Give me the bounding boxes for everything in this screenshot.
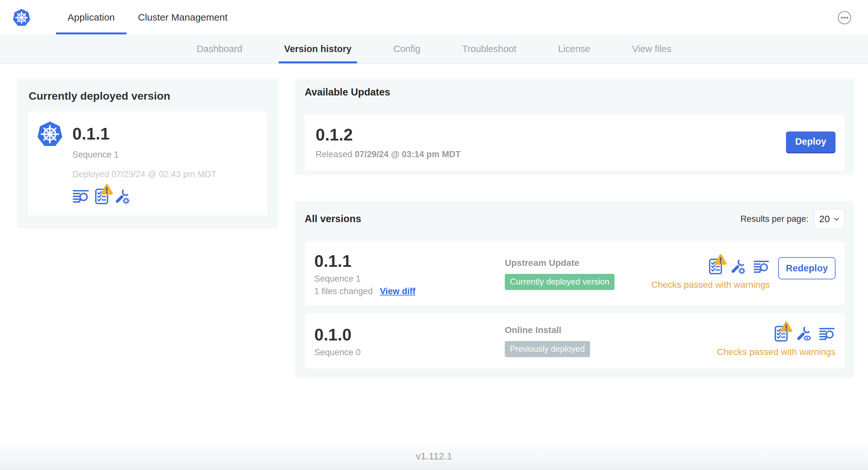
currently-deployed-title: Currently deployed version (29, 90, 267, 102)
version-source-label: Upstream Update (505, 258, 651, 268)
version-sequence: Sequence 1 (314, 274, 505, 284)
kubernetes-logo[interactable] (12, 8, 31, 27)
top-nav-tabs: Application Cluster Management (56, 0, 239, 34)
warning-triangle-icon (101, 184, 113, 195)
redeploy-button[interactable]: Redeploy (778, 257, 836, 279)
wrench-gear-icon[interactable] (729, 258, 746, 274)
warning-triangle-icon (780, 321, 793, 332)
preflight-checklist-icon[interactable] (774, 326, 788, 342)
tab-license[interactable]: License (553, 34, 596, 63)
console-version-label: v1.112.1 (416, 451, 452, 462)
main-content: Currently deployed version 0.1.1 Sequenc… (0, 64, 868, 378)
deployed-version-number: 0.1.1 (72, 120, 217, 147)
logs-magnifier-icon[interactable] (753, 260, 770, 274)
released-date: 07/29/24 @ 03:14 pm MDT (355, 149, 461, 159)
console-footer: v1.112.1 (0, 442, 868, 470)
logs-magnifier-icon[interactable] (72, 189, 90, 204)
currently-deployed-panel: Currently deployed version 0.1.1 Sequenc… (17, 78, 278, 229)
version-row-0-1-1: 0.1.1 Sequence 1 1 files changed View di… (305, 242, 844, 305)
wrench-eye-icon[interactable] (795, 325, 812, 342)
view-diff-link[interactable]: View diff (380, 287, 416, 296)
currently-deployed-badge: Currently deployed version (505, 274, 615, 290)
tab-dashboard[interactable]: Dashboard (191, 34, 248, 63)
checks-status-text: Checks passed with warnings (717, 347, 836, 357)
version-number: 0.1.0 (314, 325, 505, 344)
results-per-page-select[interactable]: 20 (814, 209, 844, 229)
available-update-card: 0.1.2 Released 07/29/24 @ 03:14 pm MDT D… (305, 115, 844, 170)
results-per-page-value: 20 (819, 213, 830, 224)
available-updates-panel: Available Updates 0.1.2 Released 07/29/2… (294, 78, 854, 175)
version-number: 0.1.1 (314, 251, 505, 271)
update-released-line: Released 07/29/24 @ 03:14 pm MDT (316, 149, 461, 160)
deployed-timestamp: Deployed 07/29/24 @ 02:43 pm MDT (72, 169, 217, 179)
currently-deployed-card: 0.1.1 Sequence 1 Deployed 07/29/24 @ 02:… (28, 112, 267, 215)
tab-view-files[interactable]: View files (627, 34, 677, 63)
results-per-page-label: Results per page: (740, 214, 808, 224)
preflight-checklist-icon[interactable] (709, 259, 722, 274)
tab-cluster-management[interactable]: Cluster Management (126, 0, 239, 34)
logs-magnifier-icon[interactable] (819, 327, 836, 342)
chevron-down-icon (834, 217, 840, 221)
all-versions-panel: All versions Results per page: 20 0.1.1 (294, 201, 854, 378)
tab-troubleshoot[interactable]: Troubleshoot (457, 34, 522, 63)
previously-deployed-badge: Previously deployed (505, 341, 590, 357)
kubernetes-app-icon (36, 120, 63, 147)
tab-version-history[interactable]: Version history (279, 34, 357, 63)
app-sub-navbar: Dashboard Version history Config Trouble… (0, 34, 868, 64)
all-versions-title: All versions (305, 213, 361, 225)
preflight-checklist-icon[interactable] (95, 189, 108, 204)
version-sequence: Sequence 0 (314, 347, 505, 358)
tab-config[interactable]: Config (388, 34, 426, 63)
wrench-gear-icon[interactable] (114, 188, 130, 204)
warning-triangle-icon (715, 254, 727, 265)
released-prefix: Released (316, 149, 352, 159)
version-source-label: Online Install (505, 325, 717, 335)
tab-application[interactable]: Application (56, 0, 126, 34)
available-updates-title: Available Updates (305, 87, 844, 98)
deployed-sequence-label: Sequence 1 (72, 150, 217, 160)
top-navbar: Application Cluster Management (0, 0, 868, 34)
checks-status-text: Checks passed with warnings (651, 280, 770, 290)
version-row-0-1-0: 0.1.0 Sequence 0 Online Install Previous… (305, 313, 844, 368)
deploy-button[interactable]: Deploy (786, 132, 836, 153)
ellipsis-menu-icon[interactable] (837, 10, 852, 25)
update-version-number: 0.1.2 (316, 125, 461, 144)
files-changed-label: 1 files changed (314, 287, 373, 296)
